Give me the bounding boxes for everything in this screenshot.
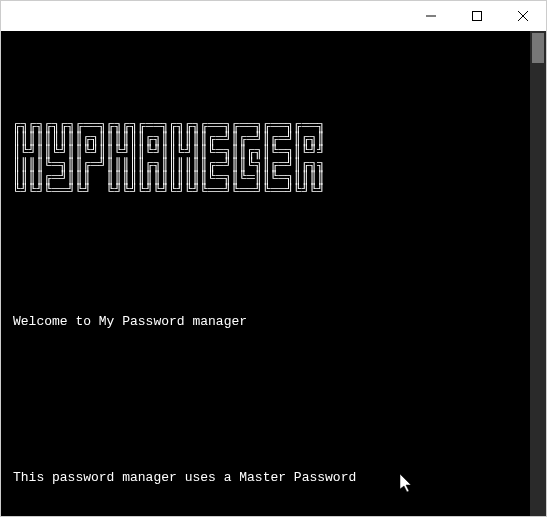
close-icon: [518, 11, 528, 21]
desc-line-1: This password manager uses a Master Pass…: [13, 469, 534, 487]
minimize-button[interactable]: [408, 1, 454, 31]
close-button[interactable]: [500, 1, 546, 31]
svg-rect-1: [473, 12, 482, 21]
terminal-output: ╔╗╔╗╔╗╔╗╔══╗╔╗╔╗╔══╗╔╗╔╗╔══╗╔══╗╔══╗╔══╗…: [1, 31, 546, 516]
app-window: ╔╗╔╗╔╗╔╗╔══╗╔╗╔╗╔══╗╔╗╔╗╔══╗╔══╗╔══╗╔══╗…: [0, 0, 547, 517]
maximize-icon: [472, 11, 482, 21]
maximize-button[interactable]: [454, 1, 500, 31]
ascii-logo: ╔╗╔╗╔╗╔╗╔══╗╔╗╔╗╔══╗╔╗╔╗╔══╗╔══╗╔══╗╔══╗…: [13, 119, 534, 197]
scrollbar-thumb[interactable]: [532, 33, 544, 63]
minimize-icon: [426, 11, 436, 21]
scrollbar[interactable]: [530, 31, 546, 516]
welcome-text: Welcome to My Password manager: [13, 313, 534, 331]
titlebar: [1, 1, 546, 31]
